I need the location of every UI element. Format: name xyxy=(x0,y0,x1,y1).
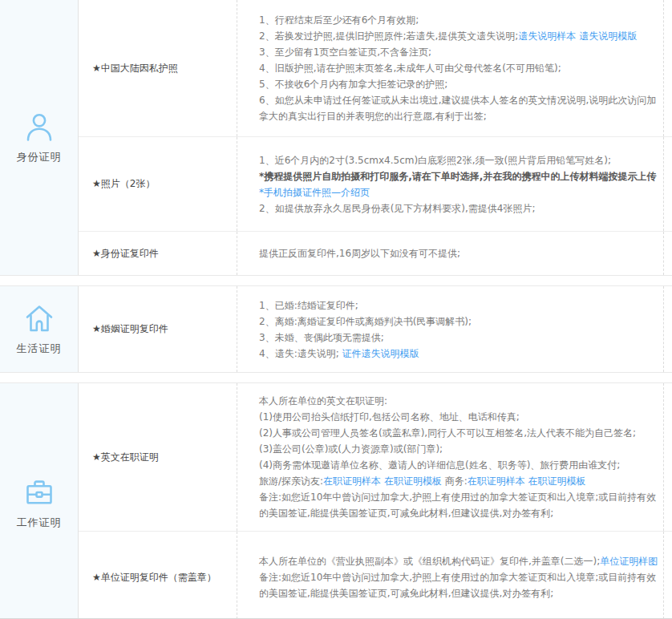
description-line: 2、若换发过护照,提供旧护照原件;若遗失,提供英文遗失说明;遗失说明样本 遗失说… xyxy=(259,28,661,44)
description-line: 1、已婚:结婚证复印件; xyxy=(259,297,661,314)
inline-doc-link[interactable]: 在职证明样本 xyxy=(323,475,381,487)
description-text: 备注:如您近10年中曾访问过加拿大,护照上有使用过的加拿大签证页和出入境章;或目… xyxy=(259,572,656,599)
description-line: (3)盖公司(公章)或(人力资源章)或(部门章); xyxy=(259,441,661,457)
description-text: 本人所在单位的《营业执照副本》或《组织机构代码证》复印件,并盖章(二选一); xyxy=(259,556,600,567)
person-icon xyxy=(23,111,55,143)
requirement-description: 1、已婚:结婚证复印件;2、离婚:离婚证复印件或离婚判决书(民事调解书);3、未… xyxy=(237,286,664,372)
requirement-description: 1、近6个月内的2寸(3.5cmx4.5cm)白底彩照2张,须一致(照片背后用铅… xyxy=(237,137,664,231)
description-text: 2、若换发过护照,提供旧护照原件;若遗失,提供英文遗失说明; xyxy=(259,30,518,42)
section-sidebar-identity: 身份证明 xyxy=(0,0,79,275)
inline-doc-link[interactable]: 证件遗失说明模版 xyxy=(342,348,419,359)
description-line: 1、近6个月内的2寸(3.5cmx4.5cm)白底彩照2张,须一致(照片背后用铅… xyxy=(259,152,661,168)
description-line: 5、不接收6个月内有加拿大拒签记录的护照; xyxy=(259,76,661,92)
description-text: (1)使用公司抬头信纸打印,包括公司名称、地址、电话和传真; xyxy=(259,411,520,423)
section-label: 身份证明 xyxy=(17,150,62,164)
description-line: 2、如提供放弃永久居民身份表(见下方材料要求),需提供4张照片; xyxy=(259,200,661,216)
description-text: 1、已婚:结婚证复印件; xyxy=(259,300,358,311)
description-text: 本人所在单位的英文在职证明: xyxy=(259,395,387,407)
inline-doc-link[interactable]: 遗失说明样本 xyxy=(518,30,576,42)
description-text: (4)商务需体现邀请单位名称、邀请人的详细信息(姓名、职务等)、旅行费用由谁支付… xyxy=(259,459,620,471)
description-text: (2)人事或公司管理人员签名(或盖私章),同行人不可以互相签名,法人代表不能为自… xyxy=(259,427,636,439)
requirement-description: 本人所在单位的《营业执照副本》或《组织机构代码证》复印件,并盖章(二选一);单位… xyxy=(237,532,664,619)
description-line: 旅游/探亲访友:在职证明样本 在职证明模板 商务:在职证明样本 在职证明模板 xyxy=(259,473,661,489)
description-line: 4、旧版护照,请在护照末页签名,未成年人可由父母代签名(不可用铅笔); xyxy=(259,60,661,76)
section-sidebar-life: 生活证明 xyxy=(0,286,79,372)
section-rows: ★英文在职证明本人所在单位的英文在职证明:(1)使用公司抬头信纸打印,包括公司名… xyxy=(79,383,672,619)
description-line: 6、如您从未申请过任何签证或从未出境过,建议提供本人签名的英文情况说明,说明此次… xyxy=(259,92,661,124)
inline-doc-link[interactable]: 单位证明样图 xyxy=(600,556,658,567)
description-text: 商务: xyxy=(442,475,468,487)
requirement-row: ★中国大陆因私护照1、行程结束后至少还有6个月有效期;2、若换发过护照,提供旧护… xyxy=(79,0,672,136)
requirement-row: ★英文在职证明本人所在单位的英文在职证明:(1)使用公司抬头信纸打印,包括公司名… xyxy=(79,383,672,531)
description-text: 提供正反面复印件,16周岁以下如没有可不提供; xyxy=(259,248,460,259)
bold-note-text: *携程提供照片自助拍摄和打印服务,请在下单时选择,并在我的携程中的上传材料端按提… xyxy=(259,171,656,182)
requirement-row: ★单位证明复印件（需盖章）本人所在单位的《营业执照副本》或《组织机构代码证》复印… xyxy=(79,531,672,619)
section-life: 生活证明★婚姻证明复印件1、已婚:结婚证复印件;2、离婚:离婚证复印件或离婚判决… xyxy=(0,285,672,373)
description-text: 4、遗失:遗失说明; xyxy=(259,348,342,359)
description-text: 备注:如您近10年中曾访问过加拿大,护照上有使用过的加拿大签证页和出入境章;或目… xyxy=(259,492,656,519)
requirement-description: 1、行程结束后至少还有6个月有效期;2、若换发过护照,提供旧护照原件;若遗失,提… xyxy=(237,0,664,136)
section-identity: 身份证明★中国大陆因私护照1、行程结束后至少还有6个月有效期;2、若换发过护照,… xyxy=(0,0,672,276)
requirement-name: ★婚姻证明复印件 xyxy=(79,286,237,372)
requirement-name: ★中国大陆因私护照 xyxy=(79,0,237,136)
requirement-name: ★单位证明复印件（需盖章） xyxy=(79,532,237,619)
description-line: 1、行程结束后至少还有6个月有效期; xyxy=(259,12,661,28)
description-line: 3、至少留有1页空白签证页,不含备注页; xyxy=(259,44,661,60)
description-line: 2、离婚:离婚证复印件或离婚判决书(民事调解书); xyxy=(259,314,661,330)
description-line: (2)人事或公司管理人员签名(或盖私章),同行人不可以互相签名,法人代表不能为自… xyxy=(259,425,661,441)
requirement-row: ★身份证复印件提供正反面复印件,16周岁以下如没有可不提供; xyxy=(79,231,672,275)
requirement-row: ★照片（2张）1、近6个月内的2寸(3.5cmx4.5cm)白底彩照2张,须一致… xyxy=(79,136,672,231)
inline-doc-link[interactable]: 在职证明样本 xyxy=(468,475,525,487)
requirement-description: 提供正反面复印件,16周岁以下如没有可不提供; xyxy=(237,232,664,275)
description-text: (3)盖公司(公章)或(人力资源章)或(部门章); xyxy=(259,443,443,455)
description-text: 4、旧版护照,请在护照末页签名,未成年人可由父母代签名(不可用铅笔); xyxy=(259,63,561,74)
description-text: 1、近6个月内的2寸(3.5cmx4.5cm)白底彩照2张,须一致(照片背后用铅… xyxy=(259,155,611,166)
requirement-name: ★英文在职证明 xyxy=(79,383,237,531)
section-label: 生活证明 xyxy=(17,342,62,356)
requirement-name: ★照片（2张） xyxy=(79,137,237,231)
visa-requirements-page: 身份证明★中国大陆因私护照1、行程结束后至少还有6个月有效期;2、若换发过护照,… xyxy=(0,0,672,619)
section-sidebar-work: 工作证明 xyxy=(0,383,79,619)
description-line: 3、未婚、丧偶此项无需提供; xyxy=(259,330,661,346)
description-text: 6、如您从未申请过任何签证或从未出境过,建议提供本人签名的英文情况说明,说明此次… xyxy=(259,95,656,122)
description-text: 1、行程结束后至少还有6个月有效期; xyxy=(259,14,419,26)
inline-doc-link[interactable]: 在职证明模板 xyxy=(528,475,586,487)
description-line: *手机拍摄证件照—介绍页 xyxy=(259,184,661,200)
description-line: 提供正反面复印件,16周岁以下如没有可不提供; xyxy=(259,245,661,261)
inline-doc-link[interactable]: *手机拍摄证件照—介绍页 xyxy=(259,187,370,198)
description-text: 2、离婚:离婚证复印件或离婚判决书(民事调解书); xyxy=(259,316,472,327)
requirement-row: ★婚姻证明复印件1、已婚:结婚证复印件;2、离婚:离婚证复印件或离婚判决书(民事… xyxy=(79,286,672,372)
description-text: 5、不接收6个月内有加拿大拒签记录的护照; xyxy=(259,79,447,90)
requirements-table: 身份证明★中国大陆因私护照1、行程结束后至少还有6个月有效期;2、若换发过护照,… xyxy=(0,0,672,619)
section-label: 工作证明 xyxy=(17,516,62,530)
home-icon xyxy=(22,302,56,334)
description-text: 2、如提供放弃永久居民身份表(见下方材料要求),需提供4张照片; xyxy=(259,203,536,214)
description-line: 4、遗失:遗失说明; 证件遗失说明模版 xyxy=(259,346,661,362)
description-line: 本人所在单位的《营业执照副本》或《组织机构代码证》复印件,并盖章(二选一);单位… xyxy=(259,553,661,569)
inline-doc-link[interactable]: 在职证明模板 xyxy=(384,475,442,487)
description-line: (1)使用公司抬头信纸打印,包括公司名称、地址、电话和传真; xyxy=(259,409,661,425)
description-line: 本人所在单位的英文在职证明: xyxy=(259,393,661,409)
description-text: 旅游/探亲访友: xyxy=(259,475,323,487)
requirement-name: ★身份证复印件 xyxy=(79,232,237,275)
description-line: 备注:如您近10年中曾访问过加拿大,护照上有使用过的加拿大签证页和出入境章;或目… xyxy=(259,569,661,601)
description-line: 备注:如您近10年中曾访问过加拿大,护照上有使用过的加拿大签证页和出入境章;或目… xyxy=(259,489,661,521)
briefcase-icon xyxy=(23,476,55,508)
section-rows: ★婚姻证明复印件1、已婚:结婚证复印件;2、离婚:离婚证复印件或离婚判决书(民事… xyxy=(79,286,672,372)
requirement-description: 本人所在单位的英文在职证明:(1)使用公司抬头信纸打印,包括公司名称、地址、电话… xyxy=(237,383,664,531)
description-text: 3、未婚、丧偶此项无需提供; xyxy=(259,332,384,343)
description-line: (4)商务需体现邀请单位名称、邀请人的详细信息(姓名、职务等)、旅行费用由谁支付… xyxy=(259,457,661,473)
section-rows: ★中国大陆因私护照1、行程结束后至少还有6个月有效期;2、若换发过护照,提供旧护… xyxy=(79,0,672,275)
inline-doc-link[interactable]: 遗失说明模版 xyxy=(579,30,637,42)
description-line: *携程提供照片自助拍摄和打印服务,请在下单时选择,并在我的携程中的上传材料端按提… xyxy=(259,168,661,184)
description-text: 3、至少留有1页空白签证页,不含备注页; xyxy=(259,47,431,58)
section-work: 工作证明★英文在职证明本人所在单位的英文在职证明:(1)使用公司抬头信纸打印,包… xyxy=(0,382,672,619)
